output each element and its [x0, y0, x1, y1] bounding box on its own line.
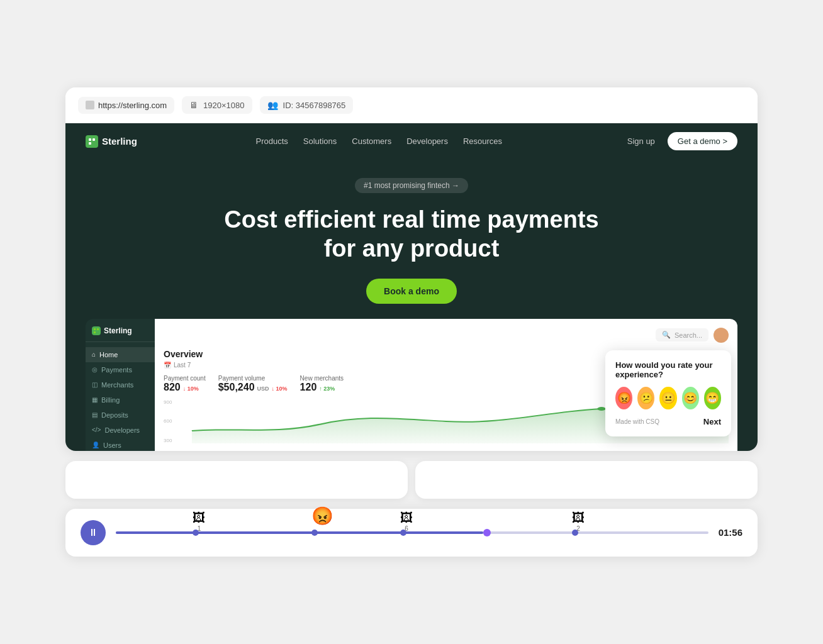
metric-unit: USD [257, 386, 269, 392]
sterling-website: Sterling Products Solutions Customers De… [65, 123, 758, 450]
deposits-icon: ▤ [92, 411, 98, 418]
nav-links: Products Solutions Customers Developers … [256, 136, 503, 146]
dashboard-topbar: 🔍 Search... [164, 328, 729, 343]
search-placeholder: Search... [675, 331, 702, 339]
rating-question: How would you rate your experience? [615, 360, 721, 379]
get-demo-button[interactable]: Get a demo > [668, 132, 737, 150]
metric-label: Payment volume [218, 375, 288, 382]
track-dot-1[interactable] [193, 530, 199, 536]
nav-actions: Sign up Get a demo > [621, 132, 737, 150]
outer-container: https://sterling.com 🖥 1920×1080 👥 ID: 3… [65, 87, 758, 556]
book-demo-button[interactable]: Book a demo [366, 279, 457, 304]
emoji-great[interactable]: 😁 [704, 387, 721, 409]
svg-rect-3 [94, 328, 96, 330]
sidebar-logo: Sterling [86, 326, 155, 342]
emoji-bad[interactable]: 😕 [637, 387, 654, 409]
chart-labels: 900 600 300 [164, 399, 172, 443]
track-progress [116, 531, 483, 534]
tab-page-icon [86, 101, 94, 109]
bottom-right-pill [415, 461, 758, 499]
dashboard-main: 🔍 Search... Overview 📅 Last 7 Payment co… [155, 319, 737, 451]
metric-change: ↓ 10% [272, 386, 288, 392]
rating-footer: Made with CSQ Next [615, 417, 721, 426]
home-icon: ⌂ [92, 351, 96, 358]
track-dot-2[interactable] [311, 530, 318, 536]
logo-icon [86, 135, 98, 148]
code-icon: </> [92, 426, 101, 433]
sidebar-item-home[interactable]: ⌂ Home [86, 347, 155, 362]
monitor-icon: 🖥 [189, 100, 198, 110]
nav-customers[interactable]: Customers [352, 136, 391, 146]
dashboard-sidebar: Sterling ⌂ Home ◎ Payments ◫ Merchants [86, 319, 155, 451]
billing-icon: ▦ [92, 396, 98, 403]
user-avatar [714, 328, 729, 343]
metric-label: Payment count [164, 375, 206, 382]
nav-resources[interactable]: Resources [463, 136, 502, 146]
timeline-event-4: 🖼 2 [572, 511, 585, 532]
svg-rect-1 [92, 138, 95, 141]
browser-frame: https://sterling.com 🖥 1920×1080 👥 ID: 3… [65, 87, 758, 450]
dashboard-search[interactable]: 🔍 Search... [656, 328, 708, 341]
svg-rect-4 [97, 328, 99, 330]
frame-icon-4: 🖼 [572, 511, 585, 524]
emoji-good[interactable]: 😊 [682, 387, 699, 409]
emoji-neutral[interactable]: 😐 [659, 387, 676, 409]
rating-next-button[interactable]: Next [703, 417, 721, 426]
frame-icon-1: 🖼 [193, 511, 205, 524]
sidebar-item-deposits[interactable]: ▤ Deposits [86, 408, 155, 423]
timeline-time: 01:56 [719, 527, 742, 538]
frame-icon-3: 🖼 [400, 511, 413, 524]
hero-badge[interactable]: #1 most promising fintech → [355, 178, 468, 193]
hero-section: #1 most promising fintech → Cost efficie… [65, 159, 758, 318]
calendar-icon: 📅 [164, 362, 171, 369]
emoji-very-bad[interactable]: 😡 [615, 387, 632, 409]
hero-title: Cost efficient real time payments for an… [223, 206, 600, 263]
track-dot-3[interactable] [400, 530, 406, 536]
track-dot-current[interactable] [483, 529, 491, 536]
sidebar-item-billing[interactable]: ▦ Billing [86, 392, 155, 408]
sidebar-item-developers[interactable]: </> Developers [86, 423, 155, 438]
nav-products[interactable]: Products [256, 136, 288, 146]
browser-resolution: 🖥 1920×1080 [182, 96, 252, 114]
sign-up-link[interactable]: Sign up [621, 133, 661, 150]
svg-rect-5 [94, 331, 96, 333]
merchants-icon: ◫ [92, 381, 98, 388]
metric-change: ↓ 10% [183, 386, 199, 392]
angry-emoji-event: 😡 [311, 508, 333, 525]
sidebar-item-payments[interactable]: ◎ Payments [86, 362, 155, 377]
browser-toolbar: https://sterling.com 🖥 1920×1080 👥 ID: 3… [65, 87, 758, 123]
rating-popup: How would you rate your experience? 😡 😕 … [605, 350, 731, 436]
pause-button[interactable]: ⏸ [81, 520, 106, 545]
sidebar-item-users[interactable]: 👤 Users [86, 438, 155, 451]
svg-rect-2 [89, 142, 91, 145]
rating-brand: Made with CSQ [615, 418, 659, 425]
metric-payment-count: Payment count 820 ↓ 10% [164, 375, 206, 393]
sterling-logo: Sterling [86, 135, 137, 148]
browser-tab: https://sterling.com [78, 97, 174, 114]
metric-value: $50,240 USD ↓ 10% [218, 382, 288, 393]
bottom-left-pill [65, 461, 408, 499]
timeline-event-1: 🖼 1 [193, 511, 205, 532]
sidebar-logo-icon [92, 326, 101, 335]
browser-user-id: 👥 ID: 34567898765 [260, 96, 354, 114]
timeline-event-emoji: 😡 [311, 508, 333, 525]
users-icon: 👥 [267, 100, 278, 110]
nav-solutions[interactable]: Solutions [303, 136, 337, 146]
browser-url: https://sterling.com [98, 101, 167, 110]
sidebar-item-merchants[interactable]: ◫ Merchants [86, 377, 155, 392]
search-icon: 🔍 [662, 331, 671, 339]
sterling-nav: Sterling Products Solutions Customers De… [65, 123, 758, 159]
metric-label: New merchants [300, 375, 344, 382]
svg-point-6 [597, 407, 605, 411]
metric-new-merchants: New merchants 120 ↑ 23% [300, 375, 344, 393]
users-sidebar-icon: 👤 [92, 441, 99, 448]
payments-icon: ◎ [92, 366, 98, 373]
metric-change: ↑ 23% [319, 386, 335, 392]
timeline-track[interactable]: 🖼 1 😡 🖼 6 🖼 2 [116, 526, 708, 539]
track-dot-4[interactable] [572, 530, 578, 536]
metric-value: 120 ↑ 23% [300, 382, 344, 393]
timeline-event-3: 🖼 6 [400, 511, 413, 532]
dashboard-preview: Sterling ⌂ Home ◎ Payments ◫ Merchants [86, 319, 737, 451]
bottom-section [65, 461, 758, 499]
nav-developers[interactable]: Developers [406, 136, 448, 146]
